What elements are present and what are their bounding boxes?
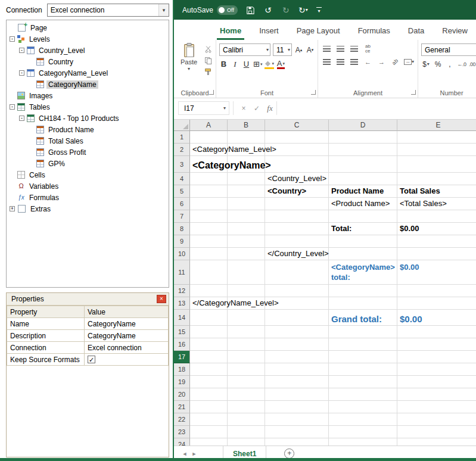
tree-item-product-name[interactable]: Product Name xyxy=(7,124,169,135)
row-header-6[interactable]: 6 xyxy=(174,198,190,210)
cell-E7[interactable] xyxy=(397,210,476,223)
align-center-icon[interactable] xyxy=(335,57,346,67)
cell-C10[interactable]: </Country_Level> xyxy=(265,248,329,260)
cell-A13[interactable]: </CategoryName_Level> xyxy=(190,297,228,310)
undo-icon[interactable]: ↺ xyxy=(263,5,273,15)
accounting-format-button[interactable]: $▾ xyxy=(421,59,431,69)
font-name-select[interactable]: Calibri ▾ xyxy=(219,43,270,56)
cell-E21[interactable] xyxy=(397,401,476,413)
cell-A20[interactable] xyxy=(190,388,228,401)
property-value[interactable]: CategoryName xyxy=(85,318,169,330)
cell-E18[interactable] xyxy=(397,363,476,376)
cell-D22[interactable] xyxy=(329,413,397,426)
increase-font-size-button[interactable]: A▴ xyxy=(294,45,303,55)
cell-A15[interactable] xyxy=(190,326,228,338)
cell-B8[interactable] xyxy=(228,223,265,235)
middle-align-icon[interactable] xyxy=(335,43,346,54)
font-dialog-launcher[interactable] xyxy=(311,90,316,95)
cell-E14[interactable]: $0.00 xyxy=(397,310,476,326)
cell-A4[interactable] xyxy=(190,173,228,185)
font-color-button[interactable]: A▾ xyxy=(276,59,285,69)
cell-E1[interactable] xyxy=(397,131,476,144)
cell-C12[interactable] xyxy=(265,285,329,297)
fill-color-button[interactable]: ▾ xyxy=(265,59,274,69)
cell-C23[interactable] xyxy=(265,426,329,438)
row-header-23[interactable]: 23 xyxy=(174,426,190,438)
font-size-select[interactable]: 11 ▾ xyxy=(273,43,292,56)
ribbon-tab-formulas[interactable]: Formulas xyxy=(349,26,399,40)
bold-button[interactable]: B xyxy=(219,59,228,69)
cell-A12[interactable] xyxy=(190,285,228,297)
cell-A17[interactable] xyxy=(190,351,228,363)
cell-A16[interactable] xyxy=(190,338,228,351)
cell-A24[interactable] xyxy=(190,438,228,446)
cell-E17[interactable] xyxy=(397,351,476,363)
tree-item-categoryname-level[interactable]: -CategoryName_Level xyxy=(7,67,169,79)
cell-E2[interactable] xyxy=(397,144,476,156)
cell-D10[interactable] xyxy=(329,248,397,260)
cell-E12[interactable] xyxy=(397,285,476,297)
bottom-align-icon[interactable] xyxy=(349,43,360,54)
cell-E16[interactable] xyxy=(397,338,476,351)
cell-C7[interactable] xyxy=(265,210,329,223)
cell-E13[interactable] xyxy=(397,297,476,310)
row-header-12[interactable]: 12 xyxy=(174,285,190,297)
underline-button[interactable]: U xyxy=(242,59,251,69)
column-header-d[interactable]: D xyxy=(329,120,397,131)
cell-C3[interactable] xyxy=(265,156,329,173)
cancel-icon[interactable]: × xyxy=(237,104,250,113)
cell-D1[interactable] xyxy=(329,131,397,144)
cell-A2[interactable]: <CategoryName_Level> xyxy=(190,144,228,156)
row-header-9[interactable]: 9 xyxy=(174,235,190,248)
redo-icon[interactable]: ↻ xyxy=(281,5,291,15)
increase-indent-icon[interactable]: → xyxy=(376,57,387,67)
ribbon-tab-page-layout[interactable]: Page Layout xyxy=(288,26,349,40)
cell-D16[interactable] xyxy=(329,338,397,351)
tree-item-gross-profit[interactable]: Gross Profit xyxy=(7,147,169,158)
collapse-icon[interactable]: - xyxy=(10,104,15,110)
clipboard-dialog-launcher[interactable] xyxy=(209,90,214,95)
customize-quick-access-toolbar-icon[interactable]: ▾ xyxy=(316,7,322,13)
checkbox-icon[interactable]: ✓ xyxy=(88,356,95,363)
tree-item-tables[interactable]: -Tables xyxy=(7,101,169,113)
close-icon[interactable]: × xyxy=(157,295,166,303)
cut-icon[interactable] xyxy=(203,45,213,53)
cell-D19[interactable] xyxy=(329,376,397,388)
row-header-24[interactable]: 24 xyxy=(174,438,190,446)
cell-B11[interactable] xyxy=(228,260,265,285)
collapse-icon[interactable]: - xyxy=(19,48,24,53)
italic-button[interactable]: I xyxy=(231,59,239,69)
decrease-decimal-button[interactable]: .00→ xyxy=(469,59,476,69)
cell-B9[interactable] xyxy=(228,235,265,248)
tree-item-country[interactable]: Country xyxy=(7,56,169,67)
cell-D3[interactable] xyxy=(329,156,397,173)
cell-D13[interactable] xyxy=(329,297,397,310)
tree-item-extras[interactable]: +Extras xyxy=(7,203,169,214)
cell-C15[interactable] xyxy=(265,326,329,338)
number-format-select[interactable]: General ▾ xyxy=(421,43,476,56)
cell-E5[interactable]: Total Sales xyxy=(397,185,476,198)
cell-B18[interactable] xyxy=(228,363,265,376)
cell-C11[interactable] xyxy=(265,260,329,285)
column-header-e[interactable]: E xyxy=(397,120,476,131)
sheet-nav-right-icon[interactable]: ► xyxy=(189,451,199,457)
row-header-14[interactable]: 14 xyxy=(174,310,190,326)
row-header-15[interactable]: 15 xyxy=(174,326,190,338)
row-header-21[interactable]: 21 xyxy=(174,401,190,413)
row-header-16[interactable]: 16 xyxy=(174,338,190,351)
cell-D12[interactable] xyxy=(329,285,397,297)
row-header-10[interactable]: 10 xyxy=(174,248,190,260)
cell-C19[interactable] xyxy=(265,376,329,388)
cell-E3[interactable] xyxy=(397,156,476,173)
cell-A1[interactable] xyxy=(190,131,228,144)
column-header-a[interactable]: A xyxy=(190,120,228,131)
cell-A5[interactable] xyxy=(190,185,228,198)
cell-A21[interactable] xyxy=(190,401,228,413)
cell-B5[interactable] xyxy=(228,185,265,198)
cell-E19[interactable] xyxy=(397,376,476,388)
cell-D20[interactable] xyxy=(329,388,397,401)
cell-D7[interactable] xyxy=(329,210,397,223)
cell-C14[interactable] xyxy=(265,310,329,326)
row-header-3[interactable]: 3 xyxy=(174,156,190,173)
borders-button[interactable]: ⊞▾ xyxy=(253,59,262,69)
